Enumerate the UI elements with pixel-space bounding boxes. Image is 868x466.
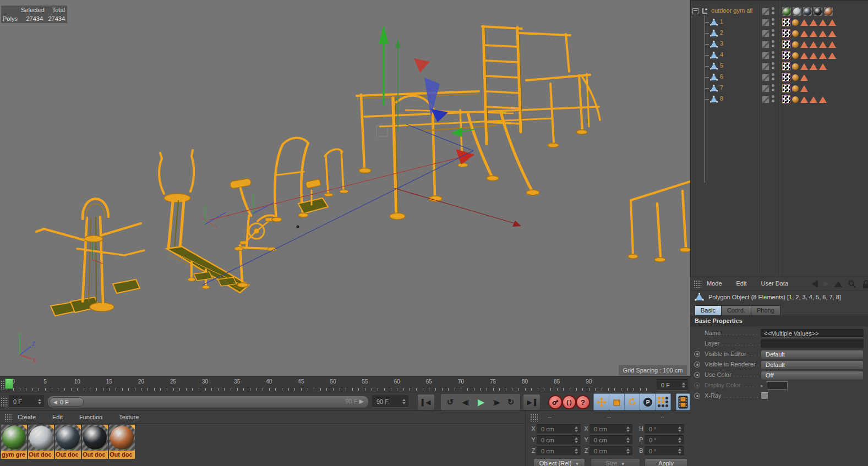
- polygon-selection-tag-icon[interactable]: [810, 96, 817, 103]
- material-name-label[interactable]: Out doc: [109, 451, 135, 459]
- material-name-label[interactable]: gym gre: [1, 451, 27, 459]
- next-key-button[interactable]: ↻: [503, 394, 519, 410]
- search-icon[interactable]: [848, 279, 856, 288]
- uvw-tag-icon[interactable]: [782, 18, 790, 26]
- current-frame-hud-spinner[interactable]: 0 F: [657, 379, 688, 391]
- material-preview-sphere[interactable]: [82, 425, 108, 451]
- material-tile[interactable]: Out doc: [55, 425, 81, 459]
- keyframe-dot-icon[interactable]: [694, 393, 700, 399]
- spinner-arrows-icon[interactable]: [677, 426, 683, 432]
- panel-grip-icon[interactable]: [694, 280, 701, 288]
- spinner-arrows-icon[interactable]: [574, 437, 579, 443]
- polygon-selection-tag-icon[interactable]: [810, 41, 817, 48]
- texture-tag-icon[interactable]: [792, 41, 799, 48]
- texture-tag-icon[interactable]: [792, 52, 799, 59]
- texture-tag-icon[interactable]: [792, 96, 799, 103]
- polygon-selection-tag-icon[interactable]: [810, 52, 817, 59]
- editor-visibility-dot[interactable]: [772, 40, 774, 43]
- editor-visibility-dot[interactable]: [772, 51, 774, 54]
- object-name[interactable]: 8: [720, 95, 723, 102]
- lock-icon[interactable]: [862, 279, 868, 288]
- polygon-selection-tag-icon[interactable]: [819, 96, 827, 103]
- editor-visibility-dot[interactable]: [772, 7, 774, 10]
- coordinate-field[interactable]: 0 cm: [589, 435, 632, 444]
- object-name[interactable]: 7: [720, 84, 723, 91]
- polygon-selection-tag-icon[interactable]: [828, 52, 836, 59]
- object-name[interactable]: 4: [720, 51, 723, 58]
- spinner-arrows-icon[interactable]: [677, 437, 683, 443]
- timeline-ruler[interactable]: 051015202530354045505560657075808590 0 F: [0, 376, 690, 392]
- material-tile[interactable]: Out doc: [82, 425, 108, 459]
- editor-visibility-dot[interactable]: [772, 73, 774, 76]
- object-row[interactable]: 2: [690, 28, 868, 39]
- panel-grip-icon[interactable]: [530, 414, 538, 421]
- material-tag-icon[interactable]: [782, 7, 791, 16]
- menu-user-data[interactable]: User Data: [760, 280, 790, 287]
- object-row[interactable]: 4: [690, 50, 868, 61]
- polygon-selection-tag-icon[interactable]: [800, 52, 808, 59]
- apply-button[interactable]: Apply: [645, 458, 687, 466]
- coordinate-field[interactable]: 0 cm: [589, 424, 632, 433]
- tab-coord[interactable]: Coord.: [722, 305, 751, 316]
- object-name[interactable]: 1: [720, 18, 723, 25]
- uvw-tag-icon[interactable]: [782, 29, 790, 37]
- editor-visibility-dot[interactable]: [772, 84, 774, 87]
- uvw-tag-icon[interactable]: [782, 73, 790, 81]
- autokey-button[interactable]: ( ): [562, 395, 576, 409]
- coordinate-value[interactable]: 0 cm: [589, 448, 625, 454]
- coordinate-value[interactable]: 0 °: [645, 426, 677, 432]
- menu-edit[interactable]: Edit: [735, 280, 748, 287]
- object-name[interactable]: 5: [720, 62, 723, 69]
- spinner-arrows-icon[interactable]: [574, 448, 579, 454]
- key-rotation-toggle[interactable]: [624, 393, 640, 410]
- polygon-selection-tag-icon[interactable]: [800, 96, 808, 103]
- material-name-label[interactable]: Out doc: [28, 451, 54, 459]
- tab-basic[interactable]: Basic: [695, 305, 722, 316]
- texture-tag-icon[interactable]: [792, 19, 799, 26]
- layer-color-chip[interactable]: [762, 30, 769, 37]
- menu-create[interactable]: Create: [17, 414, 37, 420]
- slider-right-arrow-icon[interactable]: ▶: [359, 398, 364, 404]
- polygon-selection-tag-icon[interactable]: [810, 63, 817, 70]
- layer-color-chip[interactable]: [762, 85, 769, 92]
- spinner-arrows-icon[interactable]: [625, 437, 631, 443]
- coordinate-value[interactable]: 0 °: [645, 437, 677, 443]
- keyframe-dot-icon[interactable]: [694, 372, 700, 378]
- prev-key-button[interactable]: ↺: [442, 394, 458, 410]
- polygon-selection-tag-icon[interactable]: [828, 41, 836, 48]
- object-name[interactable]: 3: [720, 40, 723, 47]
- coordinate-field[interactable]: 0 °: [645, 435, 684, 444]
- material-tag-icon[interactable]: [793, 7, 801, 16]
- layer-color-chip[interactable]: [762, 41, 769, 48]
- text-field[interactable]: <<Multiple Values>>: [761, 329, 864, 338]
- tab-phong[interactable]: Phong: [751, 305, 780, 316]
- object-row[interactable]: 6: [690, 72, 868, 83]
- texture-tag-icon[interactable]: [792, 63, 799, 70]
- polygon-selection-tag-icon[interactable]: [819, 30, 827, 37]
- goto-end-button[interactable]: ▶▐: [523, 394, 541, 410]
- slider-left-arrow-icon[interactable]: ◀: [53, 399, 57, 405]
- end-frame-value[interactable]: 90 F: [372, 398, 401, 405]
- menu-function[interactable]: Function: [78, 414, 103, 420]
- coordinate-value[interactable]: 0 cm: [537, 437, 574, 443]
- play-button[interactable]: ▶: [473, 394, 489, 410]
- 3d-viewport[interactable]: Selected Total Polys 27434 27434 Grid Sp…: [0, 0, 690, 376]
- object-name-root[interactable]: outdoor gym all: [711, 7, 752, 14]
- polygon-selection-tag-icon[interactable]: [828, 19, 836, 26]
- dropdown[interactable]: Off: [761, 371, 864, 380]
- gym-wireframe-scene[interactable]: [0, 0, 690, 376]
- editor-visibility-dot[interactable]: [772, 29, 774, 32]
- panel-grip-icon[interactable]: [1, 397, 8, 407]
- coordinate-value[interactable]: 0 cm: [589, 437, 625, 443]
- coord-size-dropdown[interactable]: Size▼: [591, 458, 640, 466]
- polygon-selection-tag-icon[interactable]: [800, 74, 808, 81]
- polygon-selection-tag-icon[interactable]: [800, 41, 808, 48]
- object-row[interactable]: 8: [690, 94, 868, 105]
- polygon-selection-tag-icon[interactable]: [819, 41, 827, 48]
- checkbox[interactable]: [761, 392, 768, 399]
- render-visibility-dot[interactable]: [772, 100, 774, 102]
- spinner-arrows-icon[interactable]: [37, 399, 42, 404]
- coord-mode-dropdown[interactable]: Object (Rel)▼: [533, 458, 585, 466]
- polygon-selection-tag-icon[interactable]: [810, 30, 817, 37]
- material-name-label[interactable]: Out doc: [82, 451, 108, 459]
